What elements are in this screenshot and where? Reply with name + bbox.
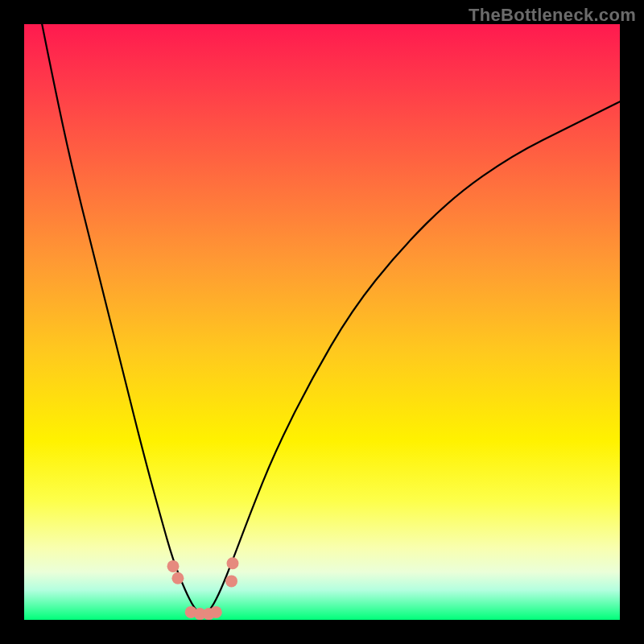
watermark-text: TheBottleneck.com	[469, 5, 636, 26]
curve-marker	[225, 575, 237, 587]
chart-frame: TheBottleneck.com	[0, 0, 644, 644]
curve-markers	[167, 557, 239, 620]
bottleneck-curve	[42, 24, 620, 615]
curve-marker	[171, 572, 184, 584]
curve-marker	[227, 557, 239, 569]
plot-area	[24, 24, 620, 620]
curve-layer	[24, 24, 620, 620]
curve-marker	[210, 606, 222, 618]
curve-marker	[167, 560, 180, 572]
